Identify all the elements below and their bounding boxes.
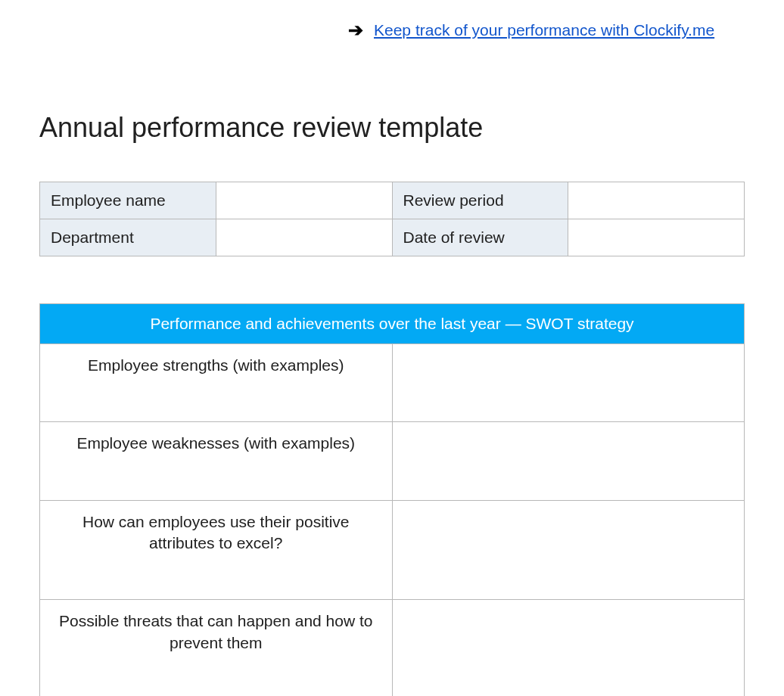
department-label: Department — [40, 219, 216, 256]
swot-table: Performance and achievements over the la… — [39, 303, 745, 696]
swot-weaknesses-label: Employee weaknesses (with examples) — [40, 422, 393, 500]
table-row: Employee weaknesses (with examples) — [40, 422, 745, 500]
arrow-right-icon: ➔ — [348, 21, 363, 39]
employee-name-value[interactable] — [216, 182, 392, 219]
date-of-review-value[interactable] — [568, 219, 745, 256]
table-row: Employee strengths (with examples) — [40, 344, 745, 422]
swot-weaknesses-value[interactable] — [392, 422, 745, 500]
swot-strengths-label: Employee strengths (with examples) — [40, 344, 393, 422]
employee-name-label: Employee name — [40, 182, 216, 219]
page-content: Annual performance review template Emplo… — [0, 112, 784, 696]
swot-positive-attributes-label: How can employees use their positive att… — [40, 500, 393, 600]
employee-info-table: Employee name Review period Department D… — [39, 182, 745, 256]
clockify-link[interactable]: Keep track of your performance with Cloc… — [374, 21, 714, 39]
table-row: Employee name Review period — [40, 182, 745, 219]
department-value[interactable] — [216, 219, 392, 256]
swot-threats-value[interactable] — [392, 600, 745, 696]
page-title: Annual performance review template — [39, 112, 745, 144]
swot-strengths-value[interactable] — [392, 344, 745, 422]
table-row: How can employees use their positive att… — [40, 500, 745, 600]
swot-positive-attributes-value[interactable] — [392, 500, 745, 600]
date-of-review-label: Date of review — [392, 219, 568, 256]
table-row: Possible threats that can happen and how… — [40, 600, 745, 696]
swot-header-row: Performance and achievements over the la… — [40, 304, 745, 344]
review-period-value[interactable] — [568, 182, 745, 219]
top-link-row: ➔ Keep track of your performance with Cl… — [348, 0, 784, 39]
table-row: Department Date of review — [40, 219, 745, 256]
swot-threats-label: Possible threats that can happen and how… — [40, 600, 393, 696]
review-period-label: Review period — [392, 182, 568, 219]
swot-header: Performance and achievements over the la… — [40, 304, 745, 344]
